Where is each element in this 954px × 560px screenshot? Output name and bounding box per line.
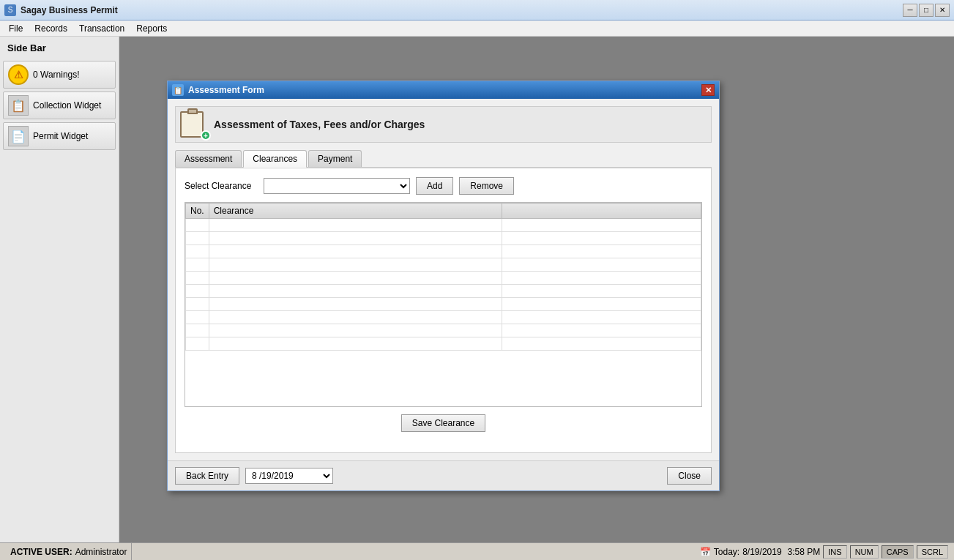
clipboard-top [187, 108, 198, 114]
assessment-icon: + [180, 111, 206, 138]
sidebar-item-warnings-label: 0 Warnings! [33, 70, 80, 80]
tab-payment[interactable]: Payment [308, 150, 362, 167]
menu-file[interactable]: File [3, 22, 29, 35]
remove-clearance-button[interactable]: Remove [459, 177, 514, 195]
col-header-no: No. [186, 204, 209, 219]
sidebar: Side Bar ⚠ 0 Warnings! 📋 Collection Widg… [0, 37, 119, 542]
modal-dialog: 📋 Assessment Form ✕ + Assessment of Taxe… [167, 81, 720, 491]
warning-icon: ⚠ [8, 64, 29, 85]
menu-reports[interactable]: Reports [130, 22, 173, 35]
col-header-clearance: Clearance [209, 204, 502, 219]
minimize-button[interactable]: ─ [903, 4, 917, 17]
table-row [186, 324, 701, 337]
clearance-table: No. Clearance [185, 203, 701, 351]
clearance-table-container: No. Clearance [185, 202, 702, 407]
status-date: 8/19/2019 [742, 547, 781, 557]
sidebar-item-permit-label: Permit Widget [33, 131, 88, 141]
status-key-caps: CAPS [882, 545, 914, 559]
table-row [186, 298, 701, 311]
status-key-scrl: SCRL [917, 545, 948, 559]
permit-icon: 📄 [8, 126, 29, 146]
col-header-extra [502, 204, 701, 219]
table-row [186, 219, 701, 232]
status-user-name: Administrator [75, 547, 127, 557]
clearance-dropdown[interactable] [264, 178, 410, 194]
save-btn-row: Save Clearance [185, 414, 702, 432]
table-row [186, 285, 701, 298]
sidebar-item-collection[interactable]: 📋 Collection Widget [3, 92, 116, 119]
select-clearance-label: Select Clearance [185, 181, 258, 191]
add-clearance-button[interactable]: Add [416, 177, 453, 195]
modal-close-x-button[interactable]: ✕ [701, 84, 715, 96]
table-row [186, 245, 701, 258]
status-time: 3:58 PM [788, 547, 821, 557]
clearances-tab-panel: Select Clearance Add Remove No. [175, 168, 712, 453]
app-icon: S [4, 4, 16, 16]
modal-header: + Assessment of Taxes, Fees and/or Charg… [175, 106, 712, 143]
tabs: Assessment Clearances Payment [175, 150, 712, 168]
status-today-label: Today: [714, 547, 739, 557]
sidebar-item-warnings[interactable]: ⚠ 0 Warnings! [3, 61, 116, 89]
modal-content: + Assessment of Taxes, Fees and/or Charg… [168, 99, 719, 460]
table-row [186, 258, 701, 272]
status-today-icon: 📅 [700, 547, 711, 557]
table-row [186, 272, 701, 285]
green-plus-badge: + [201, 130, 211, 141]
date-dropdown[interactable]: 8 /19/2019 [245, 468, 333, 484]
menu-bar: File Records Transaction Reports [0, 20, 954, 37]
content-area: 📋 Assessment Form ✕ + Assessment of Taxe… [119, 37, 954, 542]
menu-transaction[interactable]: Transaction [73, 22, 130, 35]
modal-title-bar: 📋 Assessment Form ✕ [168, 81, 719, 99]
back-entry-button[interactable]: Back Entry [175, 467, 239, 485]
status-key-ins: INS [823, 545, 846, 559]
sidebar-item-permit[interactable]: 📄 Permit Widget [3, 122, 116, 150]
select-clearance-row: Select Clearance Add Remove [185, 177, 702, 195]
sidebar-title: Side Bar [3, 40, 116, 56]
restore-button[interactable]: □ [919, 4, 933, 17]
window-controls: ─ □ ✕ [903, 4, 950, 17]
main-layout: Side Bar ⚠ 0 Warnings! 📋 Collection Widg… [0, 37, 954, 542]
status-right: 📅 Today: 8/19/2019 3:58 PM INS NUM CAPS … [700, 545, 948, 559]
app-title: Sagay Business Permit [21, 5, 903, 15]
modal-title-icon: 📋 [172, 84, 184, 96]
close-app-button[interactable]: ✕ [935, 4, 950, 17]
status-bar: ACTIVE USER: Administrator 📅 Today: 8/19… [0, 542, 954, 560]
sidebar-item-collection-label: Collection Widget [33, 100, 101, 111]
status-key-num: NUM [850, 545, 879, 559]
tab-clearances[interactable]: Clearances [243, 150, 307, 168]
status-active-user-label: ACTIVE USER: [10, 547, 72, 557]
modal-header-title: Assessment of Taxes, Fees and/or Charges [214, 119, 425, 130]
tab-assessment[interactable]: Assessment [175, 150, 242, 167]
menu-records[interactable]: Records [29, 22, 73, 35]
modal-title-text: Assessment Form [188, 85, 701, 95]
modal-footer: Back Entry 8 /19/2019 Close [168, 460, 719, 490]
table-row [186, 337, 701, 351]
table-row [186, 311, 701, 324]
close-button[interactable]: Close [667, 467, 712, 485]
save-clearance-button[interactable]: Save Clearance [401, 414, 485, 432]
table-row [186, 232, 701, 245]
title-bar: S Sagay Business Permit ─ □ ✕ [0, 0, 954, 20]
active-user-label: ACTIVE USER: Administrator [6, 543, 132, 560]
collection-icon: 📋 [8, 95, 29, 116]
